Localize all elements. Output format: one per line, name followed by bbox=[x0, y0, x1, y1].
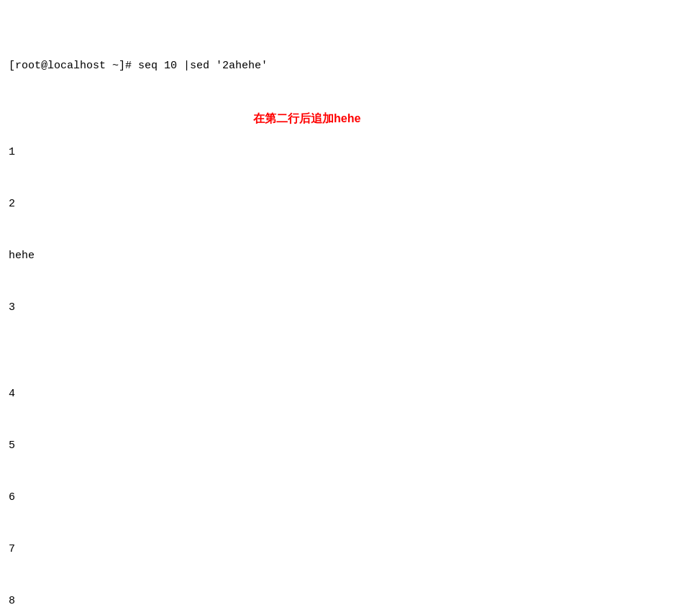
terminal-output: [root@localhost ~]# seq 10 |sed '2ahehe'… bbox=[9, 6, 691, 610]
command-line-1: [root@localhost ~]# seq 10 |sed '2ahehe' bbox=[9, 58, 268, 75]
section1-output: 1 2 hehe 3 在第二行后追加hehe bbox=[9, 109, 691, 351]
output-line: 1 bbox=[9, 144, 239, 161]
output-line: 3 bbox=[9, 299, 239, 317]
annotation-1: 在第二行后追加hehe bbox=[253, 109, 360, 128]
output-line: 7 bbox=[9, 541, 691, 558]
output-line: 4 bbox=[9, 386, 691, 403]
output-line: 5 bbox=[9, 437, 691, 455]
output-block-1: 1 2 hehe 3 bbox=[9, 109, 239, 351]
section1-cmd: [root@localhost ~]# seq 10 |sed '2ahehe' bbox=[9, 58, 691, 75]
output-line: 2 bbox=[9, 196, 239, 213]
output-line: hehe bbox=[9, 247, 239, 265]
annotation-1-container: 在第二行后追加hehe bbox=[239, 109, 360, 128]
output-line: 6 bbox=[9, 489, 691, 506]
output-line: 8 bbox=[9, 593, 691, 610]
